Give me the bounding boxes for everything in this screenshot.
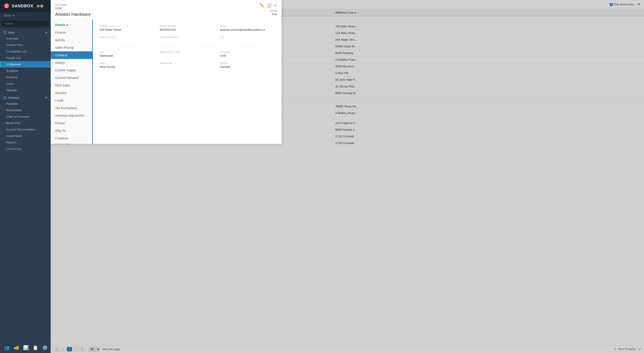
postal-zip-label: Postal / Zip [160, 62, 215, 64]
sidebar-item-suppliers[interactable]: Suppliers [0, 68, 51, 74]
modal-header: Customer 1235 Atwater Hardware ✏️ ⬜ ✕ Ac… [51, 0, 282, 19]
people-bottom-icon[interactable]: 👥 [4, 345, 10, 350]
modal-nav-pos-sales[interactable]: POS Sales [51, 82, 92, 89]
phone-number-label: Phone Number [160, 25, 215, 27]
finance-section-chevron: ▾ [46, 96, 47, 99]
state-fields-group: State Nova Scotia Postal / Zip Country C… [100, 62, 275, 68]
sidebar-data-section[interactable]: ◻ Data ▾ [0, 28, 51, 35]
sidebar-item-account-reconciliation[interactable]: Account Reconciliation [0, 126, 51, 133]
address-line-1-value: 345 Water Street [100, 28, 154, 31]
modal-customer-name: Atwater Hardware [55, 12, 91, 17]
sidebar-search-container [0, 19, 51, 28]
modal-nav-contacts[interactable]: Contacts [51, 51, 92, 59]
postal-zip-field: Postal / Zip [160, 62, 215, 68]
modal-nav-customer[interactable]: Customer [51, 134, 92, 142]
settings-bottom-icon[interactable]: ⚙️ [42, 345, 48, 350]
phone-number-2-label: Phone Number 2 [160, 36, 215, 38]
modal-nav-finance[interactable]: Finance [51, 29, 92, 36]
phone-number-2-field: Phone Number 2 [160, 36, 215, 42]
sidebar-item-product-files[interactable]: Product Files [0, 42, 51, 48]
sidebar-item-uploads[interactable]: Uploads [0, 87, 51, 93]
modal-nav-person[interactable]: Person [51, 119, 92, 127]
country-label: Country [220, 62, 275, 64]
city-label: City [100, 51, 154, 53]
customer-modal: Customer 1235 Atwater Hardware ✏️ ⬜ ✕ Ac… [51, 0, 282, 144]
modal-customer-label: Customer [55, 3, 91, 6]
email-value: andrew.corkum@sandboxonline.co [220, 28, 275, 31]
modal-customer-id: 1235 [55, 7, 91, 10]
phone-number-value: 9025551414 [160, 28, 215, 31]
sidebar-item-people-list[interactable]: People List [0, 55, 51, 61]
modal-nav-activity[interactable]: Activity [51, 36, 92, 44]
address-line-1-field: Address Line 1 345 Water Street [100, 25, 154, 31]
modal-nav-details[interactable]: Details [51, 21, 92, 29]
sidebar-item-payables[interactable]: Payables [0, 100, 51, 107]
sidebar-item-products[interactable]: Products [0, 74, 51, 80]
fax-label: Fax [220, 36, 275, 38]
address-fields-group: Address Line 1 345 Water Street Phone Nu… [100, 25, 275, 31]
modal-actions: ✏️ ⬜ ✕ [260, 3, 277, 8]
sidebar-demo-selector[interactable]: Demo ▾ [0, 12, 51, 19]
modal-nav-current-demand[interactable]: Current Demand [51, 74, 92, 82]
address2-fields-group: Address Line 2 Phone Number 2 Fax [100, 36, 275, 42]
data-section-label: Data [8, 31, 15, 34]
email-field: Email andrew.corkum@sandboxonline.co [220, 25, 275, 31]
search-input[interactable] [2, 21, 48, 26]
state-label: State [100, 62, 154, 64]
sidebar-item-customers[interactable]: Customers [0, 61, 51, 68]
currency-value: CAD [220, 54, 275, 57]
sidebar-finance-section[interactable]: ◻ Finance ▾ [0, 93, 51, 100]
sidebar-item-month-end[interactable]: Month End [0, 120, 51, 126]
state-value: Nova Scotia [100, 65, 154, 68]
fax-value [220, 39, 275, 42]
sidebar-item-companies-list[interactable]: Companies List [0, 48, 51, 55]
modal-status-label: Active [270, 9, 277, 12]
fax-field: Fax [220, 36, 275, 42]
data-section-icon: ◻ [4, 30, 6, 34]
city-field: City Dartmouth [100, 51, 154, 57]
modal-nav-inventory-adjustment[interactable]: Inventory Adjustment [51, 112, 92, 119]
sidebar-logo-text: SANDBOX [12, 4, 33, 8]
files-bottom-icon[interactable]: 📋 [33, 345, 38, 350]
modal-header-right: ✏️ ⬜ ✕ Active true [260, 3, 277, 16]
modal-nav-tax-exemptions[interactable]: Tax Exemptions [51, 104, 92, 112]
sidebar-header: 🎯 SANDBOX ⚙️🎨 [0, 0, 51, 12]
edit-icon[interactable]: ✏️ [260, 3, 264, 8]
chevron-down-icon: ▾ [13, 14, 15, 17]
modal-body: Details Finance Activity Sales Pricing C… [51, 19, 282, 144]
modal-nav-account[interactable]: Account [51, 89, 92, 97]
sidebar-item-credit-notes[interactable]: Credit Notes [0, 133, 51, 139]
email-label: Email [220, 25, 275, 27]
sandbox-logo-icon: 🎯 [4, 3, 10, 9]
address-line-2-label: Address Line 2 [100, 36, 154, 38]
sidebar-item-chart-of-accounts[interactable]: Chart of Accounts [0, 113, 51, 120]
modal-overlay: Customer 1235 Atwater Hardware ✏️ ⬜ ✕ Ac… [51, 0, 644, 353]
close-icon[interactable]: ✕ [274, 3, 277, 8]
expand-icon[interactable]: ⬜ [267, 3, 272, 8]
sidebar-item-receivables[interactable]: Receivables [0, 107, 51, 113]
sidebar: 🎯 SANDBOX ⚙️🎨 Demo ▾ ◻ Data ▾ Overview P… [0, 0, 51, 353]
modal-nav-history[interactable]: History [51, 59, 92, 66]
sidebar-item-overview[interactable]: Overview [0, 35, 51, 42]
modal-divider [100, 47, 275, 47]
postal-zip-value [160, 65, 215, 68]
modal-nav-sales-pricing[interactable]: Sales Pricing [51, 44, 92, 51]
finance-section-icon: ◻ [4, 96, 6, 99]
chart-bottom-icon[interactable]: 📊 [23, 345, 29, 350]
modal-nav-ship-to[interactable]: Ship To [51, 127, 92, 134]
data-section-chevron: ▾ [46, 31, 47, 34]
city-value: Dartmouth [100, 54, 154, 57]
add-transaction-button[interactable]: + Transaction [0, 146, 51, 152]
sidebar-item-users[interactable]: Users [0, 80, 51, 87]
selling-price-level-value [160, 54, 215, 57]
modal-status-value: true [270, 12, 277, 16]
modal-nav-current-supply[interactable]: Current Supply [51, 66, 92, 74]
selling-price-level-label: Selling Price Level [160, 51, 215, 53]
truck-bottom-icon[interactable]: 🚚 [14, 345, 19, 350]
state-field: State Nova Scotia [100, 62, 154, 68]
modal-detail-content: Address Line 1 345 Water Street Phone Nu… [93, 19, 282, 144]
modal-nav-credit[interactable]: Credit [51, 97, 92, 104]
modal-header-left: Customer 1235 Atwater Hardware [55, 3, 91, 17]
address-line-2-field: Address Line 2 [100, 36, 154, 42]
sidebar-item-reports[interactable]: Reports [0, 139, 51, 146]
